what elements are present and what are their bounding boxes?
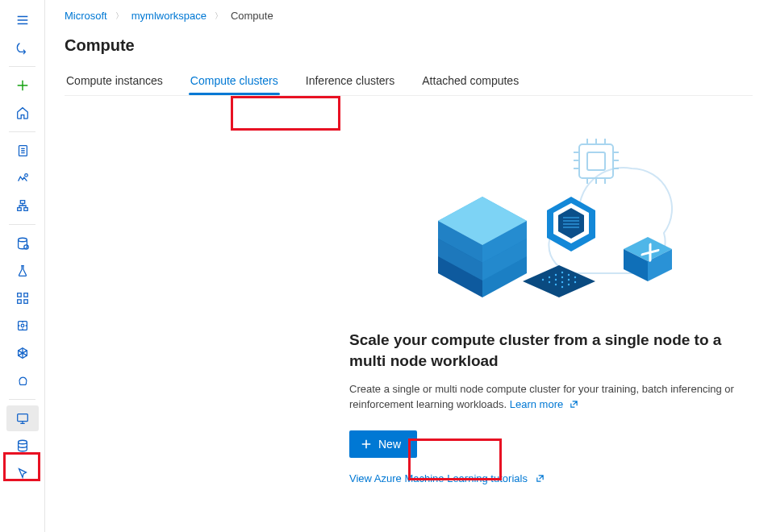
new-button[interactable]: New bbox=[349, 430, 417, 458]
hero-title: Scale your compute cluster from a single… bbox=[349, 330, 753, 371]
experiments-icon[interactable] bbox=[6, 258, 39, 284]
divider bbox=[9, 66, 35, 67]
breadcrumb-current: Compute bbox=[231, 10, 273, 22]
svg-point-55 bbox=[561, 281, 563, 283]
tab-attached-computes[interactable]: Attached computes bbox=[420, 69, 520, 95]
svg-rect-9 bbox=[17, 300, 21, 304]
cloud-illustration bbox=[365, 120, 704, 330]
tutorials-link[interactable]: View Azure Machine Learning tutorials bbox=[349, 472, 753, 484]
svg-point-47 bbox=[549, 276, 550, 278]
svg-point-49 bbox=[561, 272, 563, 273]
svg-point-54 bbox=[555, 284, 557, 285]
external-link-icon bbox=[536, 474, 545, 483]
svg-rect-3 bbox=[17, 208, 21, 211]
data-labeling-icon[interactable] bbox=[6, 460, 39, 486]
page-title: Compute bbox=[65, 36, 753, 55]
pipelines-icon[interactable] bbox=[6, 285, 39, 311]
svg-point-12 bbox=[21, 324, 24, 327]
divider bbox=[9, 399, 35, 400]
svg-point-53 bbox=[568, 274, 570, 276]
home-icon[interactable] bbox=[6, 100, 39, 126]
main-content: Microsoft 〉 mymlworkspace 〉 Compute Comp… bbox=[45, 0, 772, 532]
learn-more-link[interactable]: Learn more bbox=[510, 398, 578, 410]
plus-icon bbox=[361, 438, 372, 450]
designer-icon[interactable] bbox=[6, 193, 39, 218]
svg-point-52 bbox=[561, 276, 563, 278]
chevron-icon: 〉 bbox=[115, 10, 123, 22]
tab-compute-instances[interactable]: Compute instances bbox=[65, 69, 165, 95]
svg-point-48 bbox=[555, 274, 557, 276]
external-link-icon bbox=[570, 400, 578, 409]
datastores-icon[interactable] bbox=[6, 433, 39, 459]
models-icon[interactable] bbox=[6, 313, 39, 339]
svg-point-56 bbox=[568, 279, 570, 281]
svg-rect-7 bbox=[17, 293, 21, 297]
menu-icon[interactable] bbox=[6, 7, 39, 33]
automl-icon[interactable] bbox=[6, 165, 39, 191]
endpoints-icon[interactable] bbox=[6, 340, 39, 366]
tab-inference-clusters[interactable]: Inference clusters bbox=[304, 69, 397, 95]
chevron-icon: 〉 bbox=[215, 10, 223, 22]
sidebar bbox=[0, 0, 45, 532]
breadcrumb-workspace[interactable]: mymlworkspace bbox=[131, 10, 207, 22]
breadcrumb-root[interactable]: Microsoft bbox=[65, 10, 107, 22]
svg-rect-13 bbox=[17, 414, 27, 422]
breadcrumb: Microsoft 〉 mymlworkspace 〉 Compute bbox=[65, 10, 753, 22]
svg-point-58 bbox=[561, 286, 563, 288]
empty-state: Scale your compute cluster from a single… bbox=[349, 120, 753, 513]
svg-point-59 bbox=[568, 284, 570, 285]
svg-point-46 bbox=[542, 279, 544, 281]
environments-icon[interactable] bbox=[6, 368, 39, 393]
back-icon[interactable] bbox=[6, 35, 39, 60]
hero-description: Create a single or multi node compute cl… bbox=[349, 382, 753, 413]
svg-point-5 bbox=[18, 238, 27, 242]
svg-point-60 bbox=[574, 281, 576, 283]
notebooks-icon[interactable] bbox=[6, 138, 39, 164]
divider bbox=[9, 131, 35, 132]
svg-rect-16 bbox=[587, 152, 605, 170]
svg-rect-8 bbox=[23, 293, 27, 297]
svg-rect-2 bbox=[20, 201, 24, 204]
svg-point-50 bbox=[549, 281, 550, 283]
svg-point-14 bbox=[18, 440, 27, 444]
tab-compute-clusters[interactable]: Compute clusters bbox=[189, 69, 280, 95]
svg-rect-10 bbox=[23, 300, 27, 304]
svg-point-51 bbox=[555, 279, 557, 281]
compute-icon[interactable] bbox=[6, 405, 39, 431]
svg-point-57 bbox=[574, 276, 576, 278]
svg-rect-4 bbox=[23, 208, 27, 211]
add-icon[interactable] bbox=[6, 73, 39, 98]
divider bbox=[9, 224, 35, 225]
svg-point-1 bbox=[24, 174, 27, 177]
tabs: Compute instances Compute clusters Infer… bbox=[65, 69, 753, 96]
datasets-icon[interactable] bbox=[6, 231, 39, 256]
